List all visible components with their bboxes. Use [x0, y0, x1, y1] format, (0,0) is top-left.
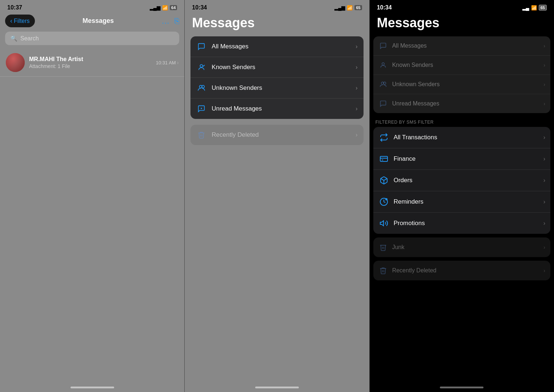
- sms-item-all-transactions[interactable]: All Transactions ›: [373, 127, 550, 148]
- chevron-right-icon: ›: [543, 268, 545, 273]
- home-indicator-p1: [71, 387, 114, 388]
- chevron-right-icon: ›: [356, 64, 357, 71]
- filter-item-all-messages[interactable]: All Messages ›: [190, 36, 363, 57]
- chevron-right-icon: ›: [543, 220, 545, 227]
- finance-label: Finance: [394, 155, 539, 163]
- chevron-right-icon: ›: [543, 134, 545, 141]
- table-row[interactable]: MR.MAHI The Artist Attachment: 1 File 10…: [0, 49, 184, 77]
- chevron-right-icon: ›: [177, 60, 179, 65]
- sms-item-orders[interactable]: Orders ›: [373, 170, 550, 191]
- known-senders-label: Known Senders: [212, 64, 350, 71]
- unread-messages-label-p3: Unread Messages: [392, 100, 539, 107]
- chevron-right-icon: ›: [356, 85, 357, 91]
- known-senders-icon: [196, 62, 206, 72]
- sms-filter-card: All Transactions › Finance ›: [373, 127, 550, 234]
- junk-item[interactable]: Junk ›: [373, 237, 550, 257]
- svg-point-3: [201, 108, 202, 109]
- known-senders-icon-p3: [378, 60, 388, 70]
- chevron-right-icon: ›: [543, 244, 545, 250]
- battery-p3: 65: [539, 5, 547, 11]
- sender-name: MR.MAHI The Artist: [29, 56, 152, 63]
- all-transactions-icon: [378, 132, 389, 143]
- signal-icon-p3: ▂▄: [522, 5, 529, 11]
- recently-deleted-item-p2[interactable]: Recently Deleted ›: [190, 125, 363, 145]
- trash-icon: [196, 130, 206, 140]
- filter-item-known-senders[interactable]: Known Senders ›: [190, 57, 363, 78]
- battery-p2: 65: [354, 5, 362, 10]
- wifi-icon: 📶: [162, 5, 168, 11]
- orders-label: Orders: [394, 177, 539, 184]
- sms-item-promotions[interactable]: Promotions ›: [373, 213, 550, 234]
- promotions-icon: [378, 218, 389, 229]
- page-title-p3: Messages: [370, 13, 554, 36]
- back-chevron-icon: ‹: [10, 17, 12, 25]
- sms-filter-section-label: FILTERED BY SMS FILTER: [370, 117, 554, 127]
- status-bar-p3: 10:34 ▂▄ 📶 65: [370, 0, 554, 13]
- chevron-right-icon: ›: [543, 101, 545, 107]
- filter-card-p2: All Messages › Known Senders ›: [190, 36, 363, 119]
- sms-item-reminders[interactable]: Reminders ›: [373, 191, 550, 213]
- battery-p1: 64: [170, 5, 177, 10]
- panel-messages-list: 10:37 ▂▄▆ 📶 64 ‹ Filters Messages … ⎘ 🔍 …: [0, 0, 184, 392]
- sms-item-finance[interactable]: Finance ›: [373, 148, 550, 170]
- nav-icons-p1: … ⎘: [161, 16, 179, 26]
- chevron-right-icon: ›: [543, 62, 545, 68]
- all-transactions-label: All Transactions: [394, 134, 539, 141]
- recently-deleted-item-p3[interactable]: Recently Deleted ›: [373, 261, 550, 280]
- dimmed-unknown-senders[interactable]: Unknown Senders ›: [373, 75, 550, 94]
- dimmed-all-messages[interactable]: All Messages ›: [373, 36, 550, 56]
- chevron-right-icon: ›: [543, 43, 545, 49]
- trash-icon-p3: [378, 266, 388, 275]
- message-time: 10:31 AM ›: [156, 60, 179, 65]
- chevron-right-icon: ›: [543, 81, 545, 87]
- compose-icon[interactable]: …: [161, 16, 169, 26]
- status-icons-p1: ▂▄▆ 📶 64: [150, 5, 177, 11]
- status-bar-p2: 10:34 ▂▄▆ 📶 65: [185, 0, 369, 13]
- svg-point-4: [382, 63, 384, 65]
- junk-label: Junk: [392, 244, 539, 251]
- dimmed-filter-card-p3: All Messages › Known Senders ›: [373, 36, 550, 113]
- signal-icon-p2: ▂▄▆: [334, 5, 345, 11]
- search-bar[interactable]: 🔍 Search: [5, 32, 179, 45]
- panel-sms-filter: 10:34 ▂▄ 📶 65 Messages All Messages ›: [370, 0, 554, 392]
- nav-title-p1: Messages: [83, 17, 114, 25]
- message-content: MR.MAHI The Artist Attachment: 1 File: [29, 56, 152, 69]
- recently-deleted-label-p2: Recently Deleted: [212, 131, 350, 139]
- filters-label: Filters: [14, 18, 30, 24]
- search-icon: 🔍: [10, 35, 17, 42]
- unknown-senders-icon: [196, 83, 206, 93]
- nav-bar-p1: ‹ Filters Messages … ⎘: [0, 13, 184, 30]
- chevron-right-icon: ›: [543, 177, 545, 184]
- panel-filter-menu: 10:34 ▂▄▆ 📶 65 Messages All Messages ›: [185, 0, 369, 392]
- reminders-icon: [378, 196, 389, 207]
- search-placeholder: Search: [20, 35, 39, 42]
- finance-icon: [378, 153, 389, 164]
- edit-icon[interactable]: ⎘: [174, 16, 179, 26]
- junk-card-p3[interactable]: Junk ›: [373, 237, 550, 257]
- known-senders-label-p3: Known Senders: [392, 62, 539, 68]
- dimmed-known-senders[interactable]: Known Senders ›: [373, 56, 550, 75]
- all-messages-label-p3: All Messages: [392, 43, 539, 49]
- chevron-right-icon: ›: [356, 105, 357, 112]
- unread-messages-label: Unread Messages: [212, 105, 350, 112]
- message-list: MR.MAHI The Artist Attachment: 1 File 10…: [0, 49, 184, 77]
- filter-item-unknown-senders[interactable]: Unknown Senders ›: [190, 78, 363, 99]
- unread-messages-icon-p3: [378, 99, 388, 108]
- time-p1: 10:37: [7, 4, 22, 11]
- page-title-p2: Messages: [185, 13, 369, 36]
- recently-deleted-card-p2[interactable]: Recently Deleted ›: [190, 125, 363, 145]
- chevron-right-icon: ›: [543, 199, 545, 205]
- avatar: [6, 53, 25, 72]
- all-messages-icon: [196, 41, 206, 52]
- svg-point-0: [200, 65, 203, 67]
- svg-marker-13: [380, 221, 384, 226]
- filters-button[interactable]: ‹ Filters: [5, 15, 35, 27]
- dimmed-unread-messages[interactable]: Unread Messages ›: [373, 94, 550, 113]
- time-p3: 10:34: [377, 4, 392, 11]
- signal-icon: ▂▄▆: [150, 5, 160, 11]
- recently-deleted-card-p3[interactable]: Recently Deleted ›: [373, 261, 550, 280]
- time-p2: 10:34: [192, 4, 207, 11]
- chevron-right-icon: ›: [356, 132, 357, 138]
- status-bar-p1: 10:37 ▂▄▆ 📶 64: [0, 0, 184, 13]
- filter-item-unread-messages[interactable]: Unread Messages ›: [190, 99, 363, 119]
